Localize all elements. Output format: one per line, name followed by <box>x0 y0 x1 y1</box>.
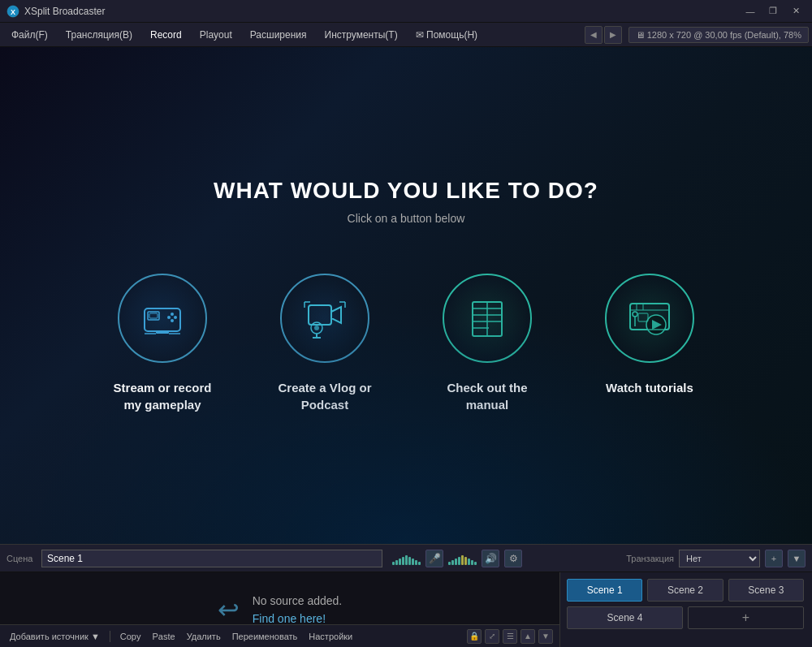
tranzakciya-label: Транзакция <box>626 554 674 563</box>
tranzakciya-more-btn[interactable]: ▼ <box>788 550 806 567</box>
action-circle-stream <box>118 274 207 363</box>
menu-extensions[interactable]: Расширения <box>242 26 315 44</box>
action-vlog[interactable]: Create a Vlog orPodcast <box>260 274 390 413</box>
scene-btn-2[interactable]: Scene 2 <box>647 579 723 602</box>
nav-forward[interactable]: ▶ <box>604 26 622 44</box>
action-stream[interactable]: Stream or recordmy gameplay <box>97 274 227 413</box>
scenes-panel: Scene 1 Scene 2 Scene 3 Scene 4 + <box>560 572 810 647</box>
app-icon: X <box>6 5 19 18</box>
close-button[interactable]: ✕ <box>786 4 806 19</box>
menu-broadcast[interactable]: Трансляция(В) <box>58 26 140 44</box>
scene-btn-1[interactable]: Scene 1 <box>567 579 642 602</box>
rename-button[interactable]: Переименовать <box>229 630 301 643</box>
action-label-stream: Stream or recordmy gameplay <box>114 379 212 413</box>
svg-rect-12 <box>309 305 331 325</box>
stream-bars <box>392 552 421 565</box>
scene-bar: Сцена 🎤 <box>0 545 812 572</box>
no-source-text: No source added. Find one here! <box>253 592 343 628</box>
copy-button[interactable]: Copy <box>117 630 145 643</box>
menu-help[interactable]: ✉ Помощь(Н) <box>408 26 486 44</box>
welcome-subtitle: Click on a button below <box>348 212 465 225</box>
scene-name-input[interactable] <box>41 550 382 567</box>
menu-tools[interactable]: Инструменты(Т) <box>317 26 406 44</box>
action-manual[interactable]: Check out themanual <box>422 274 552 413</box>
svg-rect-4 <box>149 313 158 318</box>
paste-button[interactable]: Paste <box>149 630 179 643</box>
svg-marker-13 <box>331 307 341 323</box>
svg-text:X: X <box>11 8 15 16</box>
scene-btn-3[interactable]: Scene 3 <box>728 579 804 602</box>
content-row: ↩ No source added. Find one here! Добави… <box>0 572 812 647</box>
gamepad-icon <box>138 294 187 343</box>
add-source-button[interactable]: Добавить источник ▼ <box>6 630 103 643</box>
move-up-button[interactable]: ▲ <box>520 629 535 644</box>
svg-point-8 <box>171 319 174 322</box>
welcome-title: WHAT WOULD YOU LIKE TO DO? <box>214 178 598 204</box>
expand-button[interactable]: ⤢ <box>485 629 499 644</box>
action-label-manual: Check out themanual <box>447 379 527 413</box>
menu-bar: Файл(F) Трансляция(В) Record Playout Рас… <box>0 23 812 47</box>
action-label-tutorials: Watch tutorials <box>606 379 693 396</box>
action-buttons: Stream or recordmy gameplay <box>97 274 715 413</box>
svg-point-5 <box>171 313 174 316</box>
app-title: XSplit Broadcaster <box>24 6 105 17</box>
toolbar-separator-1 <box>110 631 110 642</box>
tranzakciya-select[interactable]: Нет <box>679 550 760 567</box>
action-circle-manual <box>443 274 532 363</box>
tranzakciya-section: Транзакция Нет + ▼ <box>626 550 806 567</box>
action-tutorials[interactable]: Watch tutorials <box>585 274 715 396</box>
nav-back[interactable]: ◀ <box>585 26 603 44</box>
move-down-button[interactable]: ▼ <box>538 629 553 644</box>
book-icon <box>463 294 512 343</box>
camera-mic-icon <box>300 294 349 343</box>
list-view-button[interactable]: ☰ <box>503 629 517 644</box>
lock-button[interactable]: 🔒 <box>467 629 482 644</box>
nav-arrows: ◀ ▶ <box>585 26 622 44</box>
audio-settings-button[interactable]: ⚙ <box>504 550 522 567</box>
action-circle-tutorials <box>605 274 694 363</box>
scene-add-button[interactable]: + <box>688 606 804 629</box>
find-source-link[interactable]: Find one here! <box>253 612 326 625</box>
main-content: WHAT WOULD YOU LIKE TO DO? Click on a bu… <box>0 47 812 544</box>
video-play-icon <box>625 294 674 343</box>
minimize-button[interactable]: — <box>741 4 760 19</box>
mic-button[interactable]: 🎤 <box>425 550 443 567</box>
audio-bars <box>448 552 477 565</box>
menu-right: ◀ ▶ 🖥 1280 x 720 @ 30,00 fps (Default), … <box>585 26 809 44</box>
action-label-vlog: Create a Vlog orPodcast <box>278 379 371 413</box>
title-bar: X XSplit Broadcaster — ❐ ✕ <box>0 0 812 23</box>
svg-point-35 <box>633 312 637 317</box>
audio-controls: 🎤 🔊 ⚙ <box>392 550 522 567</box>
svg-rect-36 <box>638 313 648 321</box>
menu-playout[interactable]: Playout <box>192 26 240 44</box>
tranzakciya-add-btn[interactable]: + <box>765 550 783 567</box>
svg-point-15 <box>314 326 319 330</box>
scene-label: Сцена <box>6 554 35 563</box>
svg-point-7 <box>174 316 177 319</box>
scene-btn-4[interactable]: Scene 4 <box>567 606 683 629</box>
delete-button[interactable]: Удалить <box>184 630 224 643</box>
bottom-panel: Сцена 🎤 <box>0 544 812 647</box>
menu-record[interactable]: Record <box>142 26 190 44</box>
title-bar-controls: — ❐ ✕ <box>741 4 806 19</box>
settings-button[interactable]: Настройки <box>305 630 356 643</box>
arrow-icon: ↩ <box>218 594 240 625</box>
title-bar-left: X XSplit Broadcaster <box>6 5 105 18</box>
resolution-info: 🖥 1280 x 720 @ 30,00 fps (Default), 78% <box>628 27 809 43</box>
scenes-row-1: Scene 1 Scene 2 Scene 3 <box>567 579 804 602</box>
volume-button[interactable]: 🔊 <box>482 550 499 567</box>
menu-file[interactable]: Файл(F) <box>3 26 56 44</box>
action-circle-vlog <box>280 274 369 363</box>
sources-panel: ↩ No source added. Find one here! Добави… <box>0 572 560 647</box>
svg-rect-9 <box>156 331 169 334</box>
scenes-row-2: Scene 4 + <box>567 606 804 629</box>
svg-point-6 <box>167 316 171 319</box>
sources-toolbar: Добавить источник ▼ Copy Paste Удалить П… <box>0 624 559 647</box>
maximize-button[interactable]: ❐ <box>763 4 783 19</box>
